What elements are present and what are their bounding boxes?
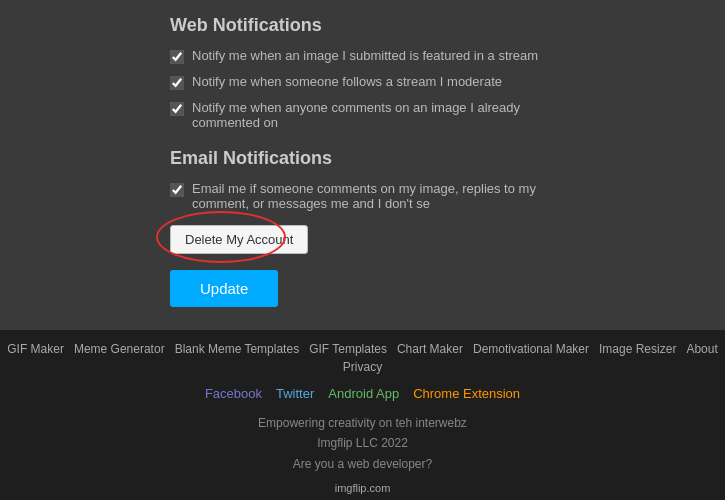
- footer-link-facebook[interactable]: Facebook: [205, 386, 262, 401]
- footer: GIF Maker Meme Generator Blank Meme Temp…: [0, 330, 725, 500]
- footer-link-twitter[interactable]: Twitter: [276, 386, 314, 401]
- checkbox-label-2: Notify me when someone follows a stream …: [192, 74, 502, 89]
- web-notifications-title: Web Notifications: [170, 15, 555, 36]
- footer-link-meme-generator[interactable]: Meme Generator: [74, 342, 165, 356]
- update-button[interactable]: Update: [170, 270, 278, 307]
- footer-link-chart-maker[interactable]: Chart Maker: [397, 342, 463, 356]
- checkbox-email-notify[interactable]: [170, 183, 184, 197]
- checkbox-row-2: Notify me when someone follows a stream …: [170, 74, 555, 90]
- footer-nav: GIF Maker Meme Generator Blank Meme Temp…: [0, 342, 725, 374]
- footer-tagline-text: Empowering creativity on teh interwebz: [0, 413, 725, 433]
- footer-link-demotivational-maker[interactable]: Demotivational Maker: [473, 342, 589, 356]
- footer-link-blank-meme-templates[interactable]: Blank Meme Templates: [175, 342, 300, 356]
- footer-link-about[interactable]: About: [686, 342, 717, 356]
- main-content: Web Notifications Notify me when an imag…: [0, 0, 725, 330]
- footer-link-image-resizer[interactable]: Image Resizer: [599, 342, 676, 356]
- checkbox-row-3: Notify me when anyone comments on an ima…: [170, 100, 555, 130]
- footer-link-gif-templates[interactable]: GIF Templates: [309, 342, 387, 356]
- footer-company: Imgflip LLC 2022: [0, 433, 725, 453]
- email-notifications-title: Email Notifications: [170, 148, 555, 169]
- footer-link-android-app[interactable]: Android App: [328, 386, 399, 401]
- checkbox-stream-featured[interactable]: [170, 50, 184, 64]
- delete-account-button[interactable]: Delete My Account: [170, 225, 308, 254]
- checkbox-stream-follows[interactable]: [170, 76, 184, 90]
- checkbox-row-1: Notify me when an image I submitted is f…: [170, 48, 555, 64]
- footer-dev-prompt: Are you a web developer?: [0, 454, 725, 474]
- email-notifications-section: Email Notifications Email me if someone …: [170, 148, 555, 307]
- footer-link-gif-maker[interactable]: GIF Maker: [7, 342, 64, 356]
- footer-branding: imgflip.com: [0, 482, 725, 494]
- checkbox-label-3: Notify me when anyone comments on an ima…: [192, 100, 555, 130]
- checkbox-comments[interactable]: [170, 102, 184, 116]
- delete-btn-container: Delete My Account: [170, 225, 308, 254]
- footer-link-chrome-extension[interactable]: Chrome Extension: [413, 386, 520, 401]
- checkbox-label-1: Notify me when an image I submitted is f…: [192, 48, 538, 63]
- email-checkbox-label: Email me if someone comments on my image…: [192, 181, 555, 211]
- footer-link-privacy[interactable]: Privacy: [343, 360, 382, 374]
- footer-tagline: Empowering creativity on teh interwebz I…: [0, 413, 725, 474]
- email-checkbox-row: Email me if someone comments on my image…: [170, 181, 555, 211]
- footer-social: Facebook Twitter Android App Chrome Exte…: [0, 386, 725, 401]
